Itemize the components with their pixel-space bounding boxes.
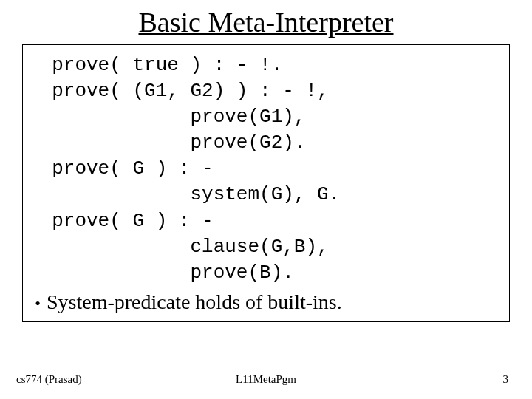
slide: Basic Meta-Interpreter prove( true ) : -…	[0, 0, 532, 399]
code-line: prove( G ) : -	[29, 210, 214, 232]
footer-left: cs774 (Prasad)	[16, 373, 82, 386]
code-line: prove(B).	[29, 262, 294, 284]
code-line: prove(G1),	[29, 106, 305, 128]
code-line: prove( true ) : - !.	[29, 54, 282, 76]
code-line: system(G), G.	[29, 183, 340, 205]
code-line: prove( (G1, G2) ) : - !,	[29, 80, 329, 102]
code-line: prove(G2).	[29, 132, 305, 154]
footer-center: L11MetaPgm	[236, 373, 296, 386]
bullet-text: System-predicate holds of built-ins.	[47, 290, 342, 314]
bullet-item: • System-predicate holds of built-ins.	[29, 290, 503, 314]
code-block: prove( true ) : - !. prove( (G1, G2) ) :…	[29, 52, 503, 286]
footer: cs774 (Prasad) L11MetaPgm 3	[0, 373, 532, 386]
content-box: prove( true ) : - !. prove( (G1, G2) ) :…	[22, 44, 510, 322]
footer-right: 3	[503, 373, 509, 386]
bullet-marker: •	[29, 294, 47, 313]
code-line: clause(G,B),	[29, 236, 329, 258]
code-line: prove( G ) : -	[29, 157, 214, 180]
slide-title: Basic Meta-Interpreter	[22, 6, 510, 38]
